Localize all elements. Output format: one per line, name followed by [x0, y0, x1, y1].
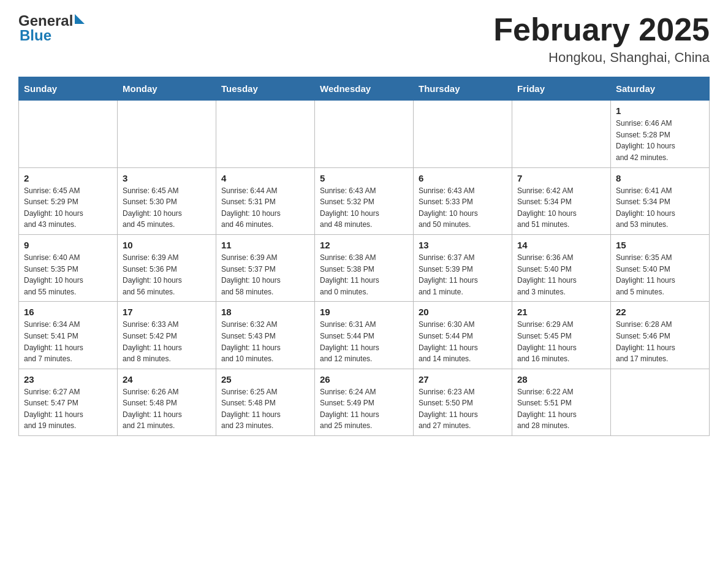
day-info: Sunrise: 6:43 AM Sunset: 5:32 PM Dayligh…	[320, 185, 408, 231]
day-info: Sunrise: 6:29 AM Sunset: 5:45 PM Dayligh…	[517, 319, 605, 364]
calendar-day-header: Saturday	[611, 77, 710, 101]
day-number: 20	[419, 307, 507, 317]
calendar-day-cell: 26Sunrise: 6:24 AM Sunset: 5:49 PM Dayli…	[315, 369, 414, 435]
day-info: Sunrise: 6:26 AM Sunset: 5:48 PM Dayligh…	[123, 386, 211, 432]
calendar-day-header: Friday	[512, 77, 611, 101]
day-number: 7	[517, 173, 605, 183]
day-number: 23	[24, 374, 112, 385]
day-number: 25	[221, 374, 309, 385]
day-number: 13	[419, 240, 507, 250]
day-number: 11	[221, 240, 309, 250]
day-info: Sunrise: 6:34 AM Sunset: 5:41 PM Dayligh…	[24, 319, 112, 364]
day-number: 21	[517, 307, 605, 317]
day-info: Sunrise: 6:27 AM Sunset: 5:47 PM Dayligh…	[24, 386, 112, 432]
day-number: 14	[517, 240, 605, 250]
calendar-title-block: February 2025 Hongkou, Shanghai, China	[493, 12, 710, 66]
calendar-day-cell: 7Sunrise: 6:42 AM Sunset: 5:34 PM Daylig…	[512, 167, 611, 234]
calendar-day-cell: 28Sunrise: 6:22 AM Sunset: 5:51 PM Dayli…	[512, 369, 611, 435]
logo-blue-text: Blue	[20, 27, 51, 44]
calendar-day-cell: 18Sunrise: 6:32 AM Sunset: 5:43 PM Dayli…	[216, 302, 315, 369]
calendar-week-row: 23Sunrise: 6:27 AM Sunset: 5:47 PM Dayli…	[19, 369, 710, 435]
day-number: 9	[24, 240, 112, 250]
calendar-week-row: 16Sunrise: 6:34 AM Sunset: 5:41 PM Dayli…	[19, 302, 710, 369]
day-info: Sunrise: 6:38 AM Sunset: 5:38 PM Dayligh…	[320, 252, 408, 297]
day-info: Sunrise: 6:39 AM Sunset: 5:36 PM Dayligh…	[123, 252, 211, 297]
day-info: Sunrise: 6:30 AM Sunset: 5:44 PM Dayligh…	[419, 319, 507, 364]
calendar-day-cell: 12Sunrise: 6:38 AM Sunset: 5:38 PM Dayli…	[315, 234, 414, 301]
day-number: 18	[221, 307, 309, 317]
logo-arrow-icon	[75, 14, 85, 24]
day-info: Sunrise: 6:40 AM Sunset: 5:35 PM Dayligh…	[24, 252, 112, 297]
day-info: Sunrise: 6:25 AM Sunset: 5:48 PM Dayligh…	[221, 386, 309, 432]
calendar-day-cell	[611, 369, 710, 435]
calendar-day-cell: 24Sunrise: 6:26 AM Sunset: 5:48 PM Dayli…	[118, 369, 216, 435]
day-info: Sunrise: 6:37 AM Sunset: 5:39 PM Dayligh…	[419, 252, 507, 297]
calendar-week-row: 1Sunrise: 6:46 AM Sunset: 5:28 PM Daylig…	[19, 101, 710, 167]
day-number: 6	[419, 173, 507, 183]
day-number: 8	[616, 173, 704, 183]
calendar-day-cell	[414, 101, 512, 167]
calendar-day-cell: 13Sunrise: 6:37 AM Sunset: 5:39 PM Dayli…	[414, 234, 512, 301]
calendar-day-cell: 17Sunrise: 6:33 AM Sunset: 5:42 PM Dayli…	[118, 302, 216, 369]
day-info: Sunrise: 6:31 AM Sunset: 5:44 PM Dayligh…	[320, 319, 408, 364]
calendar-day-header: Wednesday	[315, 77, 414, 101]
calendar-day-cell: 14Sunrise: 6:36 AM Sunset: 5:40 PM Dayli…	[512, 234, 611, 301]
calendar-subtitle: Hongkou, Shanghai, China	[493, 50, 710, 66]
calendar-day-cell: 11Sunrise: 6:39 AM Sunset: 5:37 PM Dayli…	[216, 234, 315, 301]
calendar-day-cell	[19, 101, 118, 167]
day-number: 3	[123, 173, 211, 183]
calendar-day-cell: 8Sunrise: 6:41 AM Sunset: 5:34 PM Daylig…	[611, 167, 710, 234]
day-number: 19	[320, 307, 408, 317]
logo: General Blue	[18, 12, 85, 44]
calendar-day-cell: 10Sunrise: 6:39 AM Sunset: 5:36 PM Dayli…	[118, 234, 216, 301]
calendar-day-cell	[216, 101, 315, 167]
calendar-title: February 2025	[493, 12, 710, 47]
day-number: 27	[419, 374, 507, 385]
calendar-day-cell: 6Sunrise: 6:43 AM Sunset: 5:33 PM Daylig…	[414, 167, 512, 234]
calendar-day-cell: 19Sunrise: 6:31 AM Sunset: 5:44 PM Dayli…	[315, 302, 414, 369]
calendar-day-cell	[512, 101, 611, 167]
calendar-week-row: 9Sunrise: 6:40 AM Sunset: 5:35 PM Daylig…	[19, 234, 710, 301]
day-number: 26	[320, 374, 408, 385]
day-info: Sunrise: 6:24 AM Sunset: 5:49 PM Dayligh…	[320, 386, 408, 432]
calendar-day-cell	[315, 101, 414, 167]
day-number: 15	[616, 240, 704, 250]
day-number: 1	[616, 105, 704, 116]
calendar-day-cell: 20Sunrise: 6:30 AM Sunset: 5:44 PM Dayli…	[414, 302, 512, 369]
calendar-day-cell: 21Sunrise: 6:29 AM Sunset: 5:45 PM Dayli…	[512, 302, 611, 369]
day-number: 4	[221, 173, 309, 183]
day-info: Sunrise: 6:43 AM Sunset: 5:33 PM Dayligh…	[419, 185, 507, 231]
day-info: Sunrise: 6:22 AM Sunset: 5:51 PM Dayligh…	[517, 386, 605, 432]
calendar-day-header: Tuesday	[216, 77, 315, 101]
calendar-day-cell: 5Sunrise: 6:43 AM Sunset: 5:32 PM Daylig…	[315, 167, 414, 234]
day-info: Sunrise: 6:32 AM Sunset: 5:43 PM Dayligh…	[221, 319, 309, 364]
day-info: Sunrise: 6:45 AM Sunset: 5:30 PM Dayligh…	[123, 185, 211, 231]
day-info: Sunrise: 6:36 AM Sunset: 5:40 PM Dayligh…	[517, 252, 605, 297]
day-info: Sunrise: 6:46 AM Sunset: 5:28 PM Dayligh…	[616, 118, 704, 163]
day-info: Sunrise: 6:41 AM Sunset: 5:34 PM Dayligh…	[616, 185, 704, 231]
calendar-day-cell: 27Sunrise: 6:23 AM Sunset: 5:50 PM Dayli…	[414, 369, 512, 435]
calendar-day-cell: 3Sunrise: 6:45 AM Sunset: 5:30 PM Daylig…	[118, 167, 216, 234]
day-number: 28	[517, 374, 605, 385]
day-info: Sunrise: 6:39 AM Sunset: 5:37 PM Dayligh…	[221, 252, 309, 297]
calendar-day-cell: 15Sunrise: 6:35 AM Sunset: 5:40 PM Dayli…	[611, 234, 710, 301]
day-number: 17	[123, 307, 211, 317]
day-info: Sunrise: 6:45 AM Sunset: 5:29 PM Dayligh…	[24, 185, 112, 231]
day-number: 2	[24, 173, 112, 183]
day-info: Sunrise: 6:28 AM Sunset: 5:46 PM Dayligh…	[616, 319, 704, 364]
day-info: Sunrise: 6:44 AM Sunset: 5:31 PM Dayligh…	[221, 185, 309, 231]
day-info: Sunrise: 6:35 AM Sunset: 5:40 PM Dayligh…	[616, 252, 704, 297]
calendar-day-cell: 9Sunrise: 6:40 AM Sunset: 5:35 PM Daylig…	[19, 234, 118, 301]
calendar-day-cell	[118, 101, 216, 167]
day-number: 22	[616, 307, 704, 317]
calendar-day-cell: 1Sunrise: 6:46 AM Sunset: 5:28 PM Daylig…	[611, 101, 710, 167]
calendar-day-cell: 25Sunrise: 6:25 AM Sunset: 5:48 PM Dayli…	[216, 369, 315, 435]
calendar-day-cell: 22Sunrise: 6:28 AM Sunset: 5:46 PM Dayli…	[611, 302, 710, 369]
day-info: Sunrise: 6:42 AM Sunset: 5:34 PM Dayligh…	[517, 185, 605, 231]
calendar-day-header: Sunday	[19, 77, 118, 101]
page-header: General Blue February 2025 Hongkou, Shan…	[18, 12, 710, 66]
calendar-day-cell: 23Sunrise: 6:27 AM Sunset: 5:47 PM Dayli…	[19, 369, 118, 435]
day-info: Sunrise: 6:23 AM Sunset: 5:50 PM Dayligh…	[419, 386, 507, 432]
day-number: 12	[320, 240, 408, 250]
calendar-day-header: Monday	[118, 77, 216, 101]
